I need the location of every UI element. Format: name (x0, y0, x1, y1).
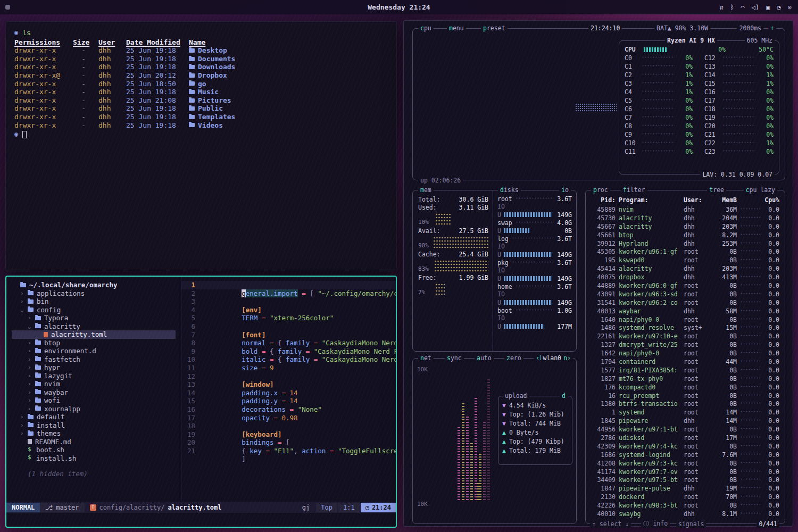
info-button[interactable]: ⓘ info (641, 520, 670, 528)
tab-cpu[interactable]: cpu (418, 24, 434, 32)
tree-item[interactable]: › themes (12, 429, 181, 438)
process-row[interactable]: 1640 napi/phy0-0 root 0B 0.0 (591, 315, 779, 324)
process-row[interactable]: 34409 kworker/u97:5-bt root 0B 0.0 (591, 476, 779, 485)
process-row[interactable]: 176 kcompactd0 root 0B 0.0 (591, 383, 779, 392)
process-row[interactable]: 44956 kworker/u97:1-bt root 0B 0.0 (591, 425, 779, 434)
process-row[interactable]: 1577 irq/81-PIXA3854: root 0B 0.0 (591, 366, 779, 375)
process-row[interactable]: 43091 kworker/u96:3-sd root 0B 0.0 (591, 290, 779, 298)
process-row[interactable]: 40010 swaybg dhh 8.1M 0.0 (591, 510, 779, 518)
select-keys-hint[interactable]: ↑ select ↓ (590, 520, 631, 528)
tab-filter[interactable]: filter (621, 186, 647, 194)
tree-item[interactable]: README.md (12, 438, 181, 446)
tree-item[interactable]: › Typora (12, 314, 181, 322)
tree-item[interactable]: › install (12, 421, 181, 430)
tab-tree[interactable]: tree (707, 186, 726, 194)
process-row[interactable]: 40013 waybar dhh 58M 0.0 (591, 307, 779, 315)
refresh-interval[interactable]: 2000ms (737, 24, 763, 32)
line-number: 10 (181, 355, 195, 364)
bluetooth-icon[interactable]: ᛒ (730, 4, 734, 11)
line-number: 19 (181, 430, 195, 439)
process-row[interactable]: 45889 nvim dhh 36M 0.0 (591, 205, 779, 214)
process-row[interactable]: 22161 kworker/u97:10-e root 0B 0.0 (591, 332, 779, 340)
process-row[interactable]: 1845 pipewire dhh 14M 0.0 (591, 417, 779, 425)
tree-item[interactable]: › hypr (12, 363, 181, 372)
btop-window[interactable]: cpu menu preset 21:24:10 BAT▲ 98% 3.10W … (403, 20, 793, 527)
process-row[interactable]: 1 systemd root 14M 0.0 (591, 408, 779, 417)
process-row[interactable]: 1327 dmcrypt_write/25 root 0B 0.0 (591, 340, 779, 349)
tree-item[interactable]: › nvim (12, 380, 181, 388)
process-row[interactable]: 42226 kworker/u98:3-bt root 0B 0.0 (591, 501, 779, 510)
table-row: drwxr-xr-x - dhh 25 Jun 19:18 Downloads (14, 63, 388, 71)
process-row[interactable]: 42309 kworker/u97:4-kc root 0B 0.0 (591, 442, 779, 451)
proc-header-row[interactable]: Pid: Program: User: MemB Cpu% (591, 196, 779, 204)
tree-item[interactable]: › btop (12, 339, 181, 347)
col-user: User (98, 38, 121, 47)
mem-usage-graph (435, 213, 451, 226)
terminal-window-ls[interactable]: ◉ ls Permissions Size User Date Modified… (5, 21, 397, 271)
process-row[interactable]: 16 rcu_preempt root 0B 0.0 (591, 392, 779, 400)
editor-window-nvim[interactable]: ~/.local/share/omarchy › applications › … (5, 276, 397, 528)
tab-preset[interactable]: preset (481, 24, 508, 32)
tree-item[interactable]: › waybar (12, 388, 181, 397)
tree-item[interactable]: › lazygit (12, 372, 181, 380)
net-sync-button[interactable]: sync (445, 354, 464, 362)
file-type-icon (35, 382, 41, 386)
disk-used-meter (504, 212, 554, 217)
tree-item[interactable]: › default (12, 413, 181, 421)
process-row[interactable]: 1486 systemd-resolve syst+ 15M 0.0 (591, 323, 779, 332)
iface-next-key[interactable]: n› (561, 354, 573, 362)
tree-item[interactable]: (1 hidden item) (12, 470, 181, 478)
tree-item[interactable]: install.sh (12, 454, 181, 463)
process-row[interactable]: 45661 btop dhh 8.2M 0.0 (591, 231, 779, 239)
process-row[interactable]: 1642 napi/phy0-0 root 0B 0.0 (591, 349, 779, 358)
power-icon[interactable]: ⊙ (788, 4, 792, 11)
display-icon[interactable]: ▣ (766, 4, 770, 11)
process-row[interactable]: 40075 dropbox dhh 413M 0.0 (591, 273, 779, 281)
process-row[interactable]: 31541 kworker/u96:2-co root 0B 0.0 (591, 298, 779, 307)
net-panel-key[interactable]: d (560, 392, 568, 400)
process-row[interactable]: 195 kswapd0 root 0B 0.0 (591, 256, 779, 264)
tab-net[interactable]: net (418, 354, 434, 362)
process-row[interactable]: 1794 containerd root 44M 0.0 (591, 358, 779, 366)
process-row[interactable]: 1380 btrfs-transactio root 0B 0.0 (591, 400, 779, 408)
tree-item[interactable]: › wofi (12, 396, 181, 405)
signals-button[interactable]: signals (676, 520, 706, 528)
process-row[interactable]: 45305 kworker/u96:1-gf root 0B 0.0 (591, 247, 779, 256)
tree-item[interactable]: › environment.d (12, 347, 181, 355)
volume-icon[interactable]: ◁) (752, 4, 759, 11)
tree-item[interactable]: ⌄ config (12, 306, 181, 314)
wifi-icon[interactable]: ◠ (741, 4, 745, 11)
process-row[interactable]: 1827 mt76-tx phy0 root 0B 0.0 (591, 375, 779, 383)
process-row[interactable]: 41208 kworker/u97:3-kc root 0B 0.0 (591, 459, 779, 468)
process-row[interactable]: 44889 kworker/u96:0-gf root 0B 0.0 (591, 281, 779, 290)
process-row[interactable]: 45414 alacritty dhh 203M 0.0 (591, 264, 779, 273)
tab-cpu-lazy[interactable]: cpu lazy (744, 186, 777, 194)
tab-menu[interactable]: menu (447, 24, 466, 32)
user-icon[interactable]: ◔ (777, 4, 781, 11)
tree-item[interactable]: › applications (12, 289, 181, 298)
statusline-clock: ◷ 21:24 (361, 503, 396, 512)
tree-item[interactable]: ⌄ alacritty (12, 322, 181, 331)
tree-item[interactable]: › fastfetch (12, 355, 181, 364)
process-row[interactable]: 45730 alacritty dhh 204M 0.0 (591, 214, 779, 222)
disk-entry: root 3.6T IO U 149G (497, 195, 572, 219)
tree-item[interactable]: › xournalpp (12, 405, 181, 413)
tree-item[interactable]: alacritty.toml (12, 330, 176, 339)
tree-item[interactable]: › bin (12, 297, 181, 306)
process-row[interactable]: 39912 Hyprland dhh 253M 0.0 (591, 239, 779, 248)
tree-item[interactable]: ~/.local/share/omarchy (12, 281, 181, 289)
interval-plus-button[interactable]: + (768, 24, 776, 32)
net-auto-button[interactable]: auto (475, 354, 494, 362)
updates-icon[interactable]: ⇵ (719, 4, 723, 11)
tab-proc[interactable]: proc (591, 186, 610, 194)
process-row[interactable]: 45667 alacritty dhh 203M 0.0 (591, 222, 779, 231)
process-row[interactable]: 2130 dockerd root 70M 0.0 (591, 493, 779, 501)
git-branch[interactable]: ⎇ master (40, 503, 84, 512)
prompt-line[interactable]: ◉ (14, 130, 388, 139)
tree-item[interactable]: boot.sh (12, 446, 181, 454)
process-row[interactable]: 1847 pipewire-pulse dhh 19M 0.0 (591, 484, 779, 493)
process-row[interactable]: 41174 kworker/u97:7-ev root 0B 0.0 (591, 468, 779, 476)
process-row[interactable]: 2786 udisksd root 17M 0.0 (591, 434, 779, 442)
net-zero-button[interactable]: zero (504, 354, 523, 362)
process-row[interactable]: 1686 systemd-logind root 7.6M 0.0 (591, 451, 779, 459)
